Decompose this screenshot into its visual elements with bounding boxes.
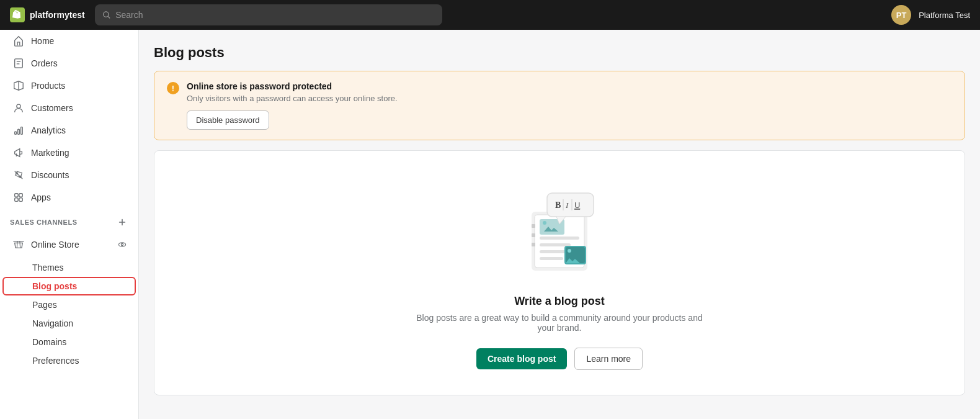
navigation-label: Navigation — [32, 318, 73, 328]
sidebar-item-home-label: Home — [31, 36, 54, 46]
sidebar-item-customers-label: Customers — [31, 103, 73, 113]
brand-logo[interactable]: platformytest — [10, 7, 85, 22]
sidebar-item-apps[interactable]: Apps — [2, 186, 136, 209]
sidebar-sub-item-blog-posts[interactable]: Blog posts — [2, 277, 136, 295]
brand-name: platformytest — [30, 10, 85, 20]
add-sales-channel-button[interactable] — [116, 216, 128, 228]
svg-line-2 — [108, 16, 110, 18]
svg-rect-43 — [532, 243, 535, 246]
svg-rect-15 — [15, 198, 18, 201]
sidebar-sub-item-themes[interactable]: Themes — [2, 258, 136, 277]
products-icon — [12, 79, 25, 92]
sales-channels-label: SALES CHANNELS — [10, 219, 78, 226]
svg-line-20 — [20, 241, 20, 248]
svg-text:B: B — [555, 200, 561, 210]
main-content: Blog posts ! Online store is password pr… — [139, 30, 980, 419]
sidebar-item-products-label: Products — [31, 81, 65, 91]
sidebar-item-orders-label: Orders — [31, 58, 58, 68]
svg-rect-10 — [21, 127, 23, 135]
svg-rect-42 — [532, 233, 535, 237]
empty-state-card: B I U Write a blog post — [154, 150, 965, 395]
svg-rect-9 — [18, 129, 20, 134]
avatar[interactable]: PT — [891, 5, 911, 25]
discounts-icon — [12, 169, 25, 181]
blog-illustration: B I U — [510, 181, 609, 280]
sidebar-item-discounts[interactable]: Discounts — [2, 164, 136, 186]
search-bar[interactable] — [95, 4, 442, 25]
disable-password-button[interactable]: Disable password — [187, 110, 269, 130]
themes-label: Themes — [32, 263, 64, 273]
pages-label: Pages — [32, 300, 57, 310]
topbar-right: PT Platforma Test — [891, 5, 970, 25]
create-blog-post-button[interactable]: Create blog post — [476, 348, 567, 369]
svg-point-21 — [118, 243, 125, 246]
svg-rect-41 — [532, 224, 535, 228]
alert-banner: ! Online store is password protected Onl… — [154, 71, 965, 140]
sidebar-item-discounts-label: Discounts — [31, 170, 69, 180]
learn-more-button[interactable]: Learn more — [574, 348, 643, 370]
sidebar-sub-item-domains[interactable]: Domains — [2, 333, 136, 351]
sidebar-item-customers[interactable]: Customers — [2, 97, 136, 119]
layout: Home Orders Products Customers — [0, 30, 980, 419]
alert-icon: ! — [167, 82, 179, 94]
alert-title: Online store is password protected — [187, 81, 398, 91]
sidebar-item-orders[interactable]: Orders — [2, 52, 136, 74]
preferences-label: Preferences — [32, 356, 79, 366]
sidebar-item-marketing-label: Marketing — [31, 148, 69, 158]
svg-point-22 — [121, 243, 123, 245]
sidebar-item-analytics-label: Analytics — [31, 125, 66, 135]
empty-state-description: Blog posts are a great way to build a co… — [411, 313, 708, 333]
sidebar-sub-item-navigation[interactable]: Navigation — [2, 314, 136, 333]
svg-text:I: I — [565, 200, 569, 210]
username: Platforma Test — [919, 11, 970, 20]
svg-text:U: U — [574, 200, 580, 210]
page-title: Blog posts — [154, 45, 965, 61]
sidebar-sub-item-preferences[interactable]: Preferences — [2, 351, 136, 370]
svg-rect-13 — [15, 194, 18, 197]
online-store-left: Online Store — [12, 238, 79, 251]
sidebar-item-marketing[interactable]: Marketing — [2, 142, 136, 164]
empty-state-actions: Create blog post Learn more — [476, 348, 643, 370]
customers-icon — [12, 102, 25, 114]
blog-posts-label: Blog posts — [32, 281, 77, 291]
svg-point-7 — [17, 104, 20, 108]
svg-line-19 — [17, 241, 17, 248]
orders-icon — [12, 57, 25, 70]
svg-rect-3 — [15, 59, 23, 68]
sidebar-item-online-store[interactable]: Online Store — [2, 231, 136, 258]
online-store-label: Online Store — [31, 240, 79, 250]
sidebar-sub-item-pages[interactable]: Pages — [2, 295, 136, 314]
sidebar-item-analytics[interactable]: Analytics — [2, 119, 136, 142]
domains-label: Domains — [32, 337, 66, 347]
svg-point-40 — [568, 249, 571, 253]
alert-content: Online store is password protected Only … — [187, 81, 398, 130]
apps-icon — [12, 191, 25, 204]
svg-rect-16 — [19, 198, 22, 201]
sidebar-item-home[interactable]: Home — [2, 30, 136, 52]
svg-rect-25 — [540, 237, 579, 240]
eye-button[interactable] — [114, 236, 131, 253]
analytics-icon — [12, 124, 25, 137]
home-icon — [12, 35, 25, 47]
svg-rect-14 — [19, 194, 22, 197]
svg-rect-28 — [540, 257, 563, 260]
shopify-icon — [10, 7, 25, 22]
sidebar-item-apps-label: Apps — [31, 192, 51, 202]
svg-rect-8 — [15, 132, 17, 135]
svg-rect-31 — [547, 193, 594, 217]
topbar: platformytest PT Platforma Test — [0, 0, 980, 30]
sales-channels-header: SALES CHANNELS — [0, 209, 138, 231]
sidebar-item-products[interactable]: Products — [2, 74, 136, 97]
marketing-icon — [12, 146, 25, 159]
online-store-icon — [12, 238, 25, 251]
sidebar: Home Orders Products Customers — [0, 30, 139, 419]
alert-description: Only visitors with a password can access… — [187, 94, 398, 103]
svg-rect-26 — [540, 243, 571, 246]
svg-point-30 — [543, 221, 546, 225]
search-icon — [102, 11, 110, 19]
empty-state-title: Write a blog post — [514, 295, 605, 308]
search-input[interactable] — [115, 10, 435, 20]
